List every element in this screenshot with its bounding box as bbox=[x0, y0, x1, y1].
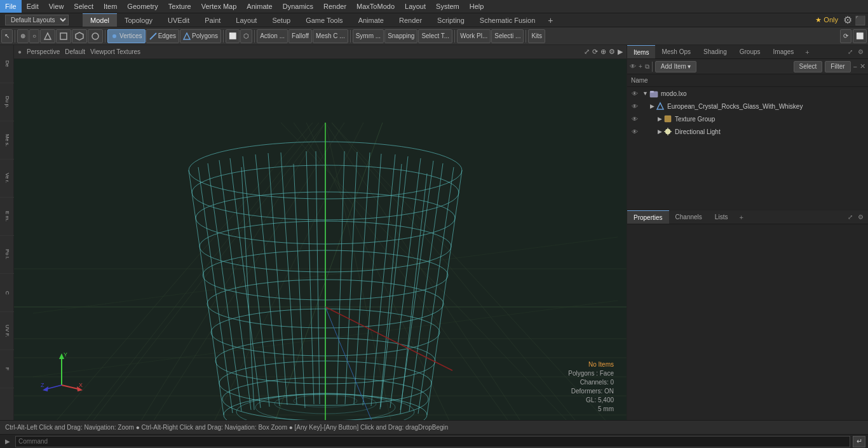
menu-file[interactable]: File bbox=[0, 0, 22, 13]
items-tab-plus[interactable]: + bbox=[800, 48, 814, 56]
falloff-button[interactable]: Falloff bbox=[288, 29, 312, 43]
viewport-ctrl-2[interactable]: ⟳ bbox=[592, 48, 598, 56]
panel-tab-items[interactable]: Items bbox=[627, 45, 655, 58]
items-tb-close[interactable]: ✕ bbox=[860, 62, 865, 71]
props-tab-channels[interactable]: Channels bbox=[669, 210, 709, 224]
viewport-ctrl-4[interactable]: ⚙ bbox=[609, 48, 615, 56]
tool-transform2[interactable]: ○ bbox=[29, 29, 39, 43]
tab-topology[interactable]: Topology bbox=[117, 13, 160, 27]
panel-tab-groups[interactable]: Groups bbox=[733, 45, 767, 58]
eye-crystal[interactable]: 👁 bbox=[630, 101, 640, 111]
items-expand-icon[interactable]: ⤢ bbox=[846, 48, 855, 55]
add-icon[interactable]: + bbox=[639, 63, 642, 70]
tab-setup[interactable]: Setup bbox=[264, 13, 298, 27]
menu-maxtomodo[interactable]: MaxToModo bbox=[351, 0, 400, 13]
sidebar-tab-uv[interactable]: UV F. bbox=[0, 312, 14, 350]
menu-animate[interactable]: Animate bbox=[241, 0, 277, 13]
tab-scripting[interactable]: Scripting bbox=[430, 13, 472, 27]
arrow-texture[interactable]: ▶ bbox=[658, 116, 662, 122]
mesh-button[interactable]: Mesh C ... bbox=[313, 29, 348, 43]
menu-edit[interactable]: Edit bbox=[22, 0, 44, 13]
menu-system[interactable]: System bbox=[431, 0, 465, 13]
sidebar-tab-dup[interactable]: Du p. bbox=[0, 83, 14, 121]
sidebar-tab-f[interactable]: F bbox=[0, 350, 14, 388]
tree-item-light[interactable]: 👁 ▶ Directional Light bbox=[627, 125, 868, 138]
mode-edges[interactable]: Edges bbox=[146, 29, 179, 43]
menu-layout[interactable]: Layout bbox=[400, 0, 431, 13]
panel-tab-images[interactable]: Images bbox=[767, 45, 801, 58]
menu-vertex-map[interactable]: Vertex Map bbox=[196, 0, 242, 13]
panel-tab-mesh-ops[interactable]: Mesh Ops bbox=[655, 45, 697, 58]
viewport-textures[interactable]: Viewport Textures bbox=[90, 48, 140, 55]
menu-item[interactable]: Item bbox=[98, 0, 122, 13]
menu-texture[interactable]: Texture bbox=[163, 0, 196, 13]
tool-extra1[interactable]: ⬜ bbox=[226, 29, 240, 43]
settings-icon[interactable]: ⚙ bbox=[843, 14, 852, 26]
menu-render[interactable]: Render bbox=[318, 0, 351, 13]
eye-light[interactable]: 👁 bbox=[630, 126, 640, 137]
layout-dropdown-area[interactable]: Default Layouts bbox=[0, 15, 83, 25]
arrow-light[interactable]: ▶ bbox=[658, 128, 662, 135]
viewport-perspective[interactable]: Perspective bbox=[27, 48, 60, 55]
tab-animate[interactable]: Animate bbox=[351, 13, 391, 27]
menu-select[interactable]: Select bbox=[69, 0, 98, 13]
items-tb-minus[interactable]: − bbox=[853, 63, 857, 71]
panel-tab-shading[interactable]: Shading bbox=[697, 45, 733, 58]
tab-render[interactable]: Render bbox=[391, 13, 430, 27]
eye-all-icon[interactable]: 👁 bbox=[630, 63, 636, 70]
tab-paint[interactable]: Paint bbox=[197, 13, 228, 27]
tool-transform5[interactable] bbox=[72, 29, 87, 43]
star-button[interactable]: ★ Only bbox=[813, 16, 841, 24]
tab-layout[interactable]: Layout bbox=[228, 13, 264, 27]
items-select-btn[interactable]: Select bbox=[794, 61, 823, 72]
viewport-nav-btn1[interactable]: ⟳ bbox=[840, 29, 851, 43]
sidebar-tab-de[interactable]: De bbox=[0, 45, 14, 83]
tool-extra2[interactable]: ⬡ bbox=[240, 29, 252, 43]
eye-modo-lxo[interactable]: 👁 bbox=[630, 88, 640, 98]
menu-view[interactable]: View bbox=[44, 0, 69, 13]
menu-geometry[interactable]: Geometry bbox=[122, 0, 163, 13]
copy-icon[interactable]: ⧉ bbox=[645, 63, 649, 71]
viewport-circle[interactable]: ● bbox=[18, 48, 22, 55]
sidebar-tab-ver[interactable]: Ve r. bbox=[0, 160, 14, 198]
menu-dynamics[interactable]: Dynamics bbox=[278, 0, 318, 13]
sidebar-tab-c[interactable]: C bbox=[0, 274, 14, 312]
arrow-modo-lxo[interactable]: ▼ bbox=[642, 90, 648, 97]
tool-transform4[interactable] bbox=[56, 29, 71, 43]
tree-item-modo-lxo[interactable]: 👁 ▼ modo.lxo bbox=[627, 87, 868, 100]
viewport[interactable]: ● Perspective Default Viewport Textures … bbox=[14, 45, 627, 420]
tool-transform6[interactable] bbox=[88, 29, 103, 43]
action-button[interactable]: Action ... bbox=[257, 29, 288, 43]
tree-item-crystal[interactable]: 👁 ▶ European_Crystal_Rocks_Glass_With_Wh… bbox=[627, 100, 868, 112]
sidebar-tab-mes[interactable]: Me s. bbox=[0, 121, 14, 160]
props-expand-icon[interactable]: ⤢ bbox=[846, 214, 855, 221]
tab-model[interactable]: Model bbox=[83, 13, 117, 27]
tab-game-tools[interactable]: Game Tools bbox=[298, 13, 351, 27]
arrow-crystal[interactable]: ▶ bbox=[650, 103, 654, 109]
tool-transform3[interactable] bbox=[40, 29, 55, 43]
items-settings-icon[interactable]: ⚙ bbox=[856, 48, 865, 55]
kits-button[interactable]: Kits bbox=[528, 29, 545, 43]
canvas-area[interactable]: .grid-line { stroke: #2e3f2e; stroke-wid… bbox=[14, 59, 627, 420]
items-filter-btn[interactable]: Filter bbox=[825, 61, 850, 72]
tab-schematic-fusion[interactable]: Schematic Fusion bbox=[472, 13, 543, 27]
select-t-button[interactable]: Select T... bbox=[418, 29, 452, 43]
layout-dropdown[interactable]: Default Layouts bbox=[5, 15, 69, 25]
mode-polygons[interactable]: Polygons bbox=[180, 29, 221, 43]
viewport-ctrl-1[interactable]: ⤢ bbox=[584, 48, 590, 56]
props-settings-icon[interactable]: ⚙ bbox=[856, 214, 865, 221]
viewport-ctrl-5[interactable]: ▶ bbox=[618, 48, 623, 56]
menu-help[interactable]: Help bbox=[465, 0, 489, 13]
tool-transform1[interactable]: ⊕ bbox=[17, 29, 29, 43]
symm-button[interactable]: Symm ... bbox=[353, 29, 384, 43]
tool-select[interactable]: ↖ bbox=[1, 29, 13, 43]
tree-item-texture[interactable]: 👁 ▶ Texture Group bbox=[627, 112, 868, 125]
sidebar-tab-em[interactable]: E m. bbox=[0, 198, 14, 236]
tab-uvedit[interactable]: UVEdit bbox=[160, 13, 197, 27]
mode-vertices[interactable]: Vertices bbox=[107, 29, 146, 43]
props-tab-lists[interactable]: Lists bbox=[709, 210, 735, 224]
props-tab-plus[interactable]: + bbox=[734, 214, 748, 221]
props-tab-properties[interactable]: Properties bbox=[627, 210, 669, 224]
sidebar-tab-pol[interactable]: Po l. bbox=[0, 236, 14, 274]
eye-texture[interactable]: 👁 bbox=[630, 114, 640, 124]
